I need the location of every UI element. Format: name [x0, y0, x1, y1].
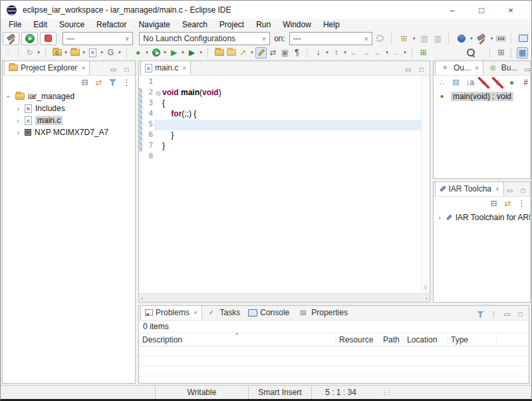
next-annotation-icon[interactable]: ↓ [313, 47, 324, 59]
pin-editor-icon[interactable]: ⊞ [418, 47, 429, 59]
dropdown-arrow-icon[interactable]: ▾ [99, 50, 104, 55]
close-icon[interactable]: × [182, 65, 186, 72]
tab-problems[interactable]: Problems × [140, 305, 202, 320]
filter-icon[interactable] [107, 77, 118, 88]
launch-target-combo[interactable]: ---∨ [289, 32, 372, 45]
back-history-icon[interactable]: ← [372, 47, 384, 59]
new-c-project-icon[interactable]: C [51, 47, 63, 59]
next-edit-location-icon[interactable]: → [360, 47, 372, 59]
new-wizard-icon[interactable]: ⊞ [398, 33, 410, 44]
debug-icon[interactable]: ● [132, 47, 144, 59]
dropdown-arrow-icon[interactable]: ▾ [402, 50, 408, 55]
code-line[interactable]: 8 [139, 152, 421, 162]
sort-icon[interactable]: ↓a [464, 77, 475, 88]
column-location[interactable]: Location [404, 333, 448, 346]
minimize-view-icon[interactable]: ▭ [504, 185, 515, 196]
expander-icon[interactable]: › [15, 128, 21, 136]
code-line[interactable]: 4 for(;;) { [139, 109, 421, 120]
tab-outline[interactable]: ≡ Ou... × [435, 61, 483, 75]
close-icon[interactable]: × [495, 186, 499, 193]
refresh-icon[interactable]: ⇄ [502, 198, 513, 209]
code-line[interactable]: 6 } [139, 130, 421, 141]
menu-source[interactable]: Source [53, 19, 90, 31]
dropdown-arrow-icon[interactable]: ▾ [63, 50, 68, 55]
minimize-view-icon[interactable]: ▭ [108, 64, 119, 75]
last-edit-location-icon[interactable]: ← [348, 47, 360, 59]
tree-item-includes[interactable]: › h Includes [3, 102, 135, 114]
menu-file[interactable]: File [3, 19, 27, 31]
restart-icon[interactable]: ↻ [24, 47, 35, 59]
dropdown-arrow-icon[interactable]: ▾ [180, 50, 186, 55]
dropdown-arrow-icon[interactable]: ▾ [144, 50, 150, 55]
run-button[interactable] [21, 32, 38, 45]
launch-rocket-icon[interactable]: ↗ [237, 47, 249, 59]
new-c-file-icon[interactable]: c [87, 47, 98, 59]
menu-navigate[interactable]: Navigate [132, 19, 176, 31]
launch-config-combo[interactable]: No Launch Configurations∨ [139, 32, 270, 45]
save-all-icon[interactable]: ▥ [432, 33, 443, 44]
code-line[interactable]: 1 [139, 77, 421, 88]
open-folder-icon[interactable] [225, 47, 237, 59]
tree-item-device[interactable]: › NXP MCIMX7D7_A7 [3, 126, 135, 138]
build-button[interactable] [3, 32, 19, 45]
dropdown-arrow-icon[interactable]: ▾ [198, 50, 203, 55]
close-button[interactable]: × [496, 1, 525, 19]
dropdown-arrow-icon[interactable]: ▾ [36, 50, 41, 55]
menu-edit[interactable]: Edit [27, 19, 53, 31]
minimize-button[interactable]: – [438, 1, 467, 19]
stop-button[interactable] [40, 32, 57, 45]
forward-history-icon[interactable]: → [390, 47, 402, 59]
menu-run[interactable]: Run [250, 19, 277, 31]
maximize-view-icon[interactable]: □ [515, 309, 526, 320]
view-menu-icon[interactable]: ⋮ [488, 309, 499, 320]
new-class-icon[interactable]: G [105, 47, 116, 59]
import-icon[interactable] [213, 47, 225, 59]
code-line[interactable]: 2⊖void main(void) [139, 88, 421, 98]
column-resource[interactable]: Resource [336, 333, 380, 346]
disconnect-icon[interactable]: ◌ [3, 47, 14, 59]
show-whitespace-icon[interactable]: ¶ [291, 47, 303, 59]
show-public-icon[interactable]: ● [506, 77, 517, 88]
menu-window[interactable]: Window [277, 19, 317, 31]
iar-toolchain-item[interactable]: › IAR Toolchain for ARM - (8.3 [434, 211, 530, 223]
minimize-view-icon[interactable]: ▭ [402, 64, 414, 75]
previous-annotation-icon[interactable]: ↑ [331, 47, 342, 59]
close-icon[interactable]: × [81, 65, 85, 72]
menu-project[interactable]: Project [213, 19, 250, 31]
dropdown-arrow-icon[interactable]: ▾ [342, 50, 348, 55]
dropdown-arrow-icon[interactable]: ▾ [412, 36, 417, 41]
expander-icon[interactable]: › [5, 93, 13, 100]
terminal-icon[interactable] [518, 33, 529, 44]
filter-icon[interactable] [475, 309, 486, 320]
close-icon[interactable]: × [475, 65, 479, 72]
tab-iar-toolchain[interactable]: IAR Toolchai... × [435, 182, 504, 196]
open-perspective-icon[interactable]: ⊞ [495, 47, 507, 59]
maximize-button[interactable]: □ [467, 1, 496, 19]
maximize-view-icon[interactable]: □ [121, 64, 132, 75]
launch-settings-gear-icon[interactable] [374, 33, 386, 44]
minimize-view-icon[interactable]: ▭ [501, 309, 513, 320]
close-icon[interactable]: × [194, 309, 198, 317]
code-line[interactable]: 3{ [139, 98, 421, 109]
collapse-all-icon[interactable]: ⊟ [450, 77, 462, 88]
editor-body[interactable]: 12⊖void main(void)3{4 for(;;) {56 }7}8 ∨ [139, 76, 430, 293]
dropdown-arrow-icon[interactable]: ▾ [489, 36, 495, 41]
tab-properties[interactable]: ▤ Properties [293, 305, 352, 320]
collapse-all-icon[interactable]: ⊟ [488, 198, 499, 209]
show-source-icon[interactable]: ▣ [279, 47, 291, 59]
menu-refactor[interactable]: Refactor [90, 19, 132, 31]
expander-icon[interactable]: › [15, 104, 21, 112]
binary-file-icon[interactable]: 010 [496, 36, 505, 41]
tab-tasks[interactable]: ✓ Tasks [202, 305, 245, 320]
minimize-view-icon[interactable]: ▭ [522, 64, 532, 75]
dropdown-arrow-icon[interactable]: ▾ [249, 50, 255, 55]
build-active-config-icon[interactable] [476, 33, 487, 44]
search-icon[interactable] [465, 47, 476, 59]
dropdown-arrow-icon[interactable]: ▾ [81, 50, 86, 55]
c-cpp-perspective-icon[interactable]: ▦ [517, 47, 528, 59]
menu-search[interactable]: Search [176, 19, 213, 31]
hide-static-icon[interactable]: s [492, 77, 503, 88]
expander-icon[interactable]: › [436, 213, 443, 221]
tree-item-project[interactable]: › iar_managed [3, 90, 135, 102]
maximize-view-icon[interactable]: □ [416, 64, 427, 75]
